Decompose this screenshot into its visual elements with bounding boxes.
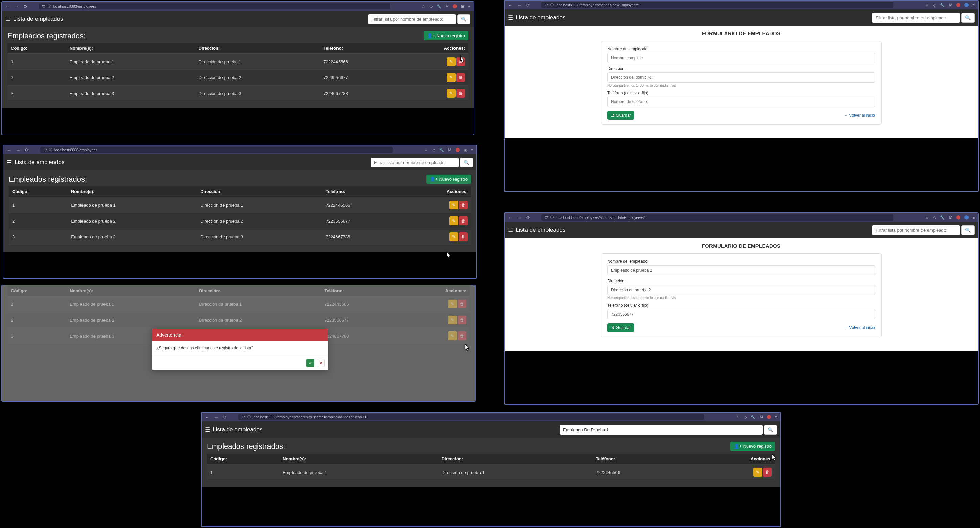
edit-button[interactable]: ✎ [447,73,455,82]
reload-icon[interactable]: ⟳ [25,148,29,153]
nav-forward-icon[interactable]: → [517,215,522,220]
search-button[interactable]: 🔍 [961,225,975,235]
menu-icon[interactable]: ≡ [468,5,470,8]
delete-button[interactable]: 🗑 [456,57,465,66]
star-icon[interactable]: ☆ [425,148,428,152]
phone-field[interactable] [607,309,875,319]
cell-addr: Dirección de prueba 3 [195,86,320,102]
pocket-icon[interactable]: ◇ [433,148,435,152]
edit-button[interactable]: ✎ [447,89,455,98]
new-record-button[interactable]: 👤+Nuevo registro [730,442,775,451]
back-link[interactable]: ← Volver al inicio [844,325,875,330]
nav-back-icon[interactable]: ← [508,215,512,220]
reload-icon[interactable]: ⟳ [223,415,227,420]
list-icon [5,16,11,23]
nav-forward-icon[interactable]: → [16,148,20,153]
cell-name: Empleado de prueba 1 [66,54,195,70]
pocket-icon[interactable]: ◇ [430,5,433,9]
addr-field[interactable] [607,285,875,295]
save-button[interactable]: 🖫 Guardar [607,111,634,120]
edit-button[interactable]: ✎ [449,200,458,209]
employees-table: Código: Nombre(s): Dirección: Teléfono: … [9,186,471,245]
search-button[interactable]: 🔍 [460,157,473,167]
confirm-delete-button[interactable]: ✓ [306,359,315,367]
account-icon[interactable]: ▣ [461,5,464,9]
reload-icon[interactable]: ⟳ [526,215,530,220]
edit-button[interactable]: ✎ [449,232,458,241]
search-input[interactable] [371,157,458,167]
ext-icon[interactable]: M [445,5,449,8]
url-bar[interactable]: 🛡 ⓘ localhost:8080/employees/searchBy?na… [239,414,704,420]
new-record-button[interactable]: 👤+Nuevo registro [426,175,471,184]
save-button[interactable]: 🖫 Guardar [607,323,634,332]
search-input[interactable] [872,13,960,23]
url-bar[interactable]: 🛡 ⓘ localhost:8080/employees [39,3,390,10]
nav-back-icon[interactable]: ← [508,3,512,8]
name-field[interactable] [607,53,875,63]
devtools-icon[interactable]: 🔧 [437,5,441,9]
ext-dot-icon[interactable] [453,5,457,8]
cell-addr: Dirección de prueba 2 [197,213,322,229]
delete-button[interactable]: 🗑 [456,89,465,98]
search-input[interactable] [872,225,960,235]
ext-dot-icon[interactable] [455,148,460,152]
addr-helper: No compartiremos tu domicilio con nadie … [607,84,875,87]
addr-field[interactable] [607,72,875,83]
star-icon[interactable]: ☆ [925,215,929,220]
edit-button[interactable]: ✎ [447,57,455,66]
search-input[interactable] [368,14,456,24]
delete-button[interactable]: 🗑 [459,216,468,225]
new-record-button[interactable]: 👤+Nuevo registro [424,31,468,40]
name-field[interactable] [607,265,875,275]
addr-label: Dirección: [607,66,875,71]
delete-confirm-modal: Advertencia: ¿Seguro que deseas eliminar… [152,329,328,371]
account-icon[interactable]: ▣ [464,148,467,152]
search-button[interactable]: 🔍 [961,13,975,23]
reload-icon[interactable]: ⟳ [24,4,27,9]
trash-icon: 🗑 [461,234,465,239]
star-icon[interactable]: ☆ [925,3,929,8]
cell-phone: 7222445566 [592,464,689,480]
page-title-text: Lista de empleados [14,159,64,166]
phone-field[interactable] [607,97,875,107]
menu-icon[interactable]: ≡ [471,148,473,152]
search-icon: 🔍 [965,15,971,20]
delete-button[interactable]: 🗑 [763,468,772,477]
search-icon: 🔍 [965,227,971,233]
table-row: 2Empleado de prueba 2Dirección de prueba… [9,213,471,229]
employees-table: Código: Nombre(s): Dirección: Teléfono: … [207,453,775,480]
url-bar[interactable]: 🛡 ⓘ localhost:8080/employees/actions/new… [541,2,893,8]
employee-form: Nombre del empleado: Dirección: No compa… [601,41,881,125]
url-text: localhost:8080/employees [54,148,97,152]
nav-forward-icon[interactable]: → [214,415,218,420]
nav-back-icon[interactable]: ← [205,415,209,420]
star-icon[interactable]: ☆ [736,415,739,420]
ext-icon[interactable]: M [448,148,451,152]
cell-id: 2 [9,213,68,229]
nav-back-icon[interactable]: ← [5,4,10,9]
cancel-delete-button[interactable]: ✕ [317,359,325,367]
nav-back-icon[interactable]: ← [7,148,11,153]
nav-forward-icon[interactable]: → [517,3,522,8]
pencil-icon: ✎ [449,59,453,64]
cell-id: 3 [9,229,68,245]
search-input[interactable] [560,425,762,435]
search-button[interactable]: 🔍 [764,425,777,435]
delete-button[interactable]: 🗑 [459,232,468,241]
list-subtitle: Empleados registrados: [207,442,285,451]
search-button[interactable]: 🔍 [457,14,470,24]
edit-button[interactable]: ✎ [449,216,458,225]
url-bar[interactable]: 🛡 ⓘ localhost:8080/employees/actions/upd… [541,215,893,221]
nav-forward-icon[interactable]: → [14,4,19,9]
url-bar[interactable]: 🛡 ⓘ localhost:8080/employees [40,147,393,153]
devtools-icon[interactable]: 🔧 [439,148,444,152]
delete-button[interactable]: 🗑 [456,73,465,82]
edit-button[interactable]: ✎ [753,468,762,477]
reload-icon[interactable]: ⟳ [526,3,530,8]
trash-icon: 🗑 [461,203,465,207]
star-icon[interactable]: ☆ [422,5,425,9]
delete-button[interactable]: 🗑 [459,200,468,209]
lock-icon: ⓘ [48,4,51,9]
list-subtitle: Empleados registrados: [9,175,87,184]
back-link[interactable]: ← Volver al inicio [844,113,875,118]
